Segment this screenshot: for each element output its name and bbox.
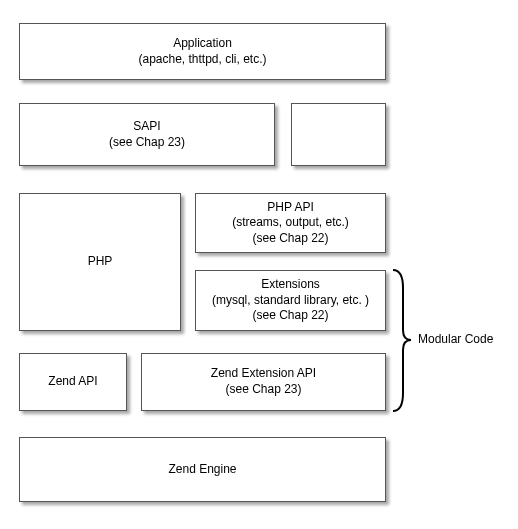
box-sapi-subtitle: (see Chap 23) bbox=[109, 135, 185, 151]
box-extensions: Extensions (mysql, standard library, etc… bbox=[195, 270, 386, 331]
box-php-api: PHP API (streams, output, etc.) (see Cha… bbox=[195, 193, 386, 253]
box-extensions-sub2: (see Chap 22) bbox=[252, 308, 328, 324]
diagram-canvas: Application (apache, thttpd, cli, etc.) … bbox=[0, 0, 518, 529]
box-php: PHP bbox=[19, 193, 181, 331]
box-zend-extension-api: Zend Extension API (see Chap 23) bbox=[141, 353, 386, 411]
box-sapi-title: SAPI bbox=[133, 119, 160, 135]
box-zend-ext-api-subtitle: (see Chap 23) bbox=[225, 382, 301, 398]
box-application-title: Application bbox=[173, 36, 232, 52]
box-zend-ext-api-title: Zend Extension API bbox=[211, 366, 316, 382]
box-zend-engine-title: Zend Engine bbox=[168, 462, 236, 478]
box-sapi-blank bbox=[291, 103, 386, 166]
box-php-api-title: PHP API bbox=[267, 200, 313, 216]
box-zend-api-title: Zend API bbox=[48, 374, 97, 390]
box-extensions-title: Extensions bbox=[261, 277, 320, 293]
box-sapi: SAPI (see Chap 23) bbox=[19, 103, 275, 166]
box-php-api-sub1: (streams, output, etc.) bbox=[232, 215, 349, 231]
box-zend-engine: Zend Engine bbox=[19, 437, 386, 502]
box-php-title: PHP bbox=[88, 254, 113, 270]
annotation-modular-code: Modular Code bbox=[418, 332, 493, 346]
box-php-api-sub2: (see Chap 22) bbox=[252, 231, 328, 247]
box-extensions-sub1: (mysql, standard library, etc. ) bbox=[212, 293, 369, 309]
box-application-subtitle: (apache, thttpd, cli, etc.) bbox=[138, 52, 266, 68]
curly-brace-icon bbox=[391, 268, 413, 413]
box-application: Application (apache, thttpd, cli, etc.) bbox=[19, 23, 386, 80]
box-zend-api: Zend API bbox=[19, 353, 127, 411]
